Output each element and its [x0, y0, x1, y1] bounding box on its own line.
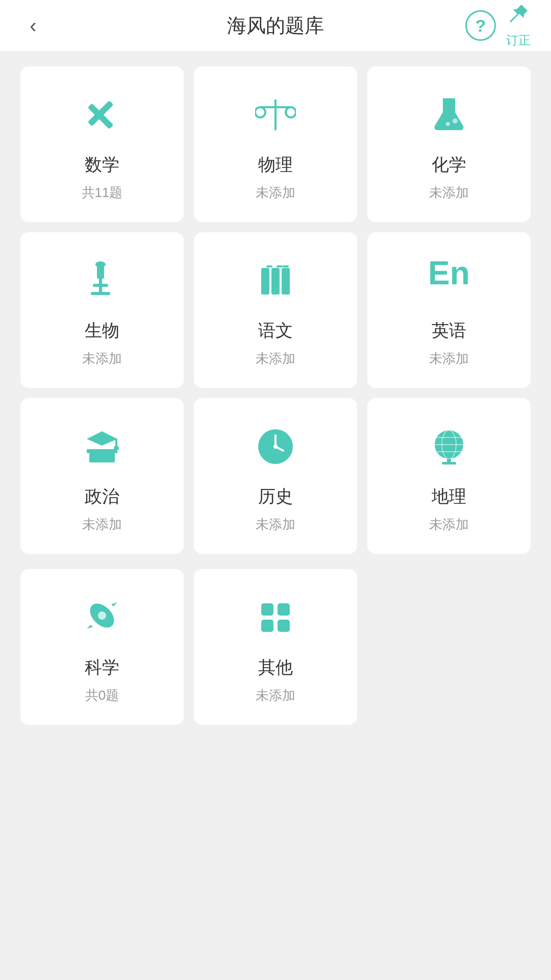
svg-rect-18: [271, 268, 280, 295]
svg-rect-38: [442, 462, 456, 464]
subject-chinese[interactable]: 语文 未添加: [194, 232, 357, 388]
english-name: 英语: [432, 319, 466, 342]
svg-point-9: [453, 118, 458, 124]
geography-count: 未添加: [429, 516, 469, 533]
svg-rect-42: [278, 603, 290, 616]
subject-politics[interactable]: 政治 未添加: [20, 398, 184, 554]
svg-point-6: [286, 107, 296, 117]
subject-other[interactable]: 其他 未添加: [194, 569, 357, 725]
chemistry-count: 未添加: [429, 184, 469, 202]
geography-name: 地理: [432, 485, 466, 508]
header-actions: ? 订正: [465, 3, 531, 48]
svg-rect-14: [93, 284, 108, 287]
svg-rect-44: [278, 620, 290, 632]
subject-math[interactable]: 数学 共11题: [20, 66, 184, 222]
back-icon: ‹: [30, 15, 36, 36]
subject-physics[interactable]: 物理 未添加: [194, 66, 357, 222]
svg-point-12: [95, 261, 106, 267]
physics-icon: [253, 92, 298, 138]
science-name: 科学: [85, 656, 119, 679]
subject-grid: 数学 共11题 物理 未添加: [0, 51, 551, 569]
history-icon: [253, 424, 298, 470]
chinese-count: 未添加: [256, 350, 295, 368]
physics-name: 物理: [258, 153, 293, 177]
other-count: 未添加: [256, 687, 295, 704]
politics-icon: [79, 424, 125, 470]
pin-button[interactable]: 订正: [506, 3, 531, 48]
other-icon: [253, 595, 298, 641]
politics-count: 未添加: [82, 516, 122, 533]
subject-history[interactable]: 历史 未添加: [194, 398, 357, 554]
biology-name: 生物: [85, 319, 119, 342]
svg-rect-13: [99, 279, 102, 284]
science-icon: [79, 595, 125, 641]
svg-rect-15: [99, 287, 102, 292]
biology-count: 未添加: [82, 350, 122, 368]
history-count: 未添加: [256, 516, 295, 533]
subject-science[interactable]: 科学 共0题: [20, 569, 184, 725]
help-icon: ?: [475, 16, 486, 36]
svg-rect-23: [87, 449, 117, 453]
svg-rect-43: [261, 620, 273, 632]
svg-rect-24: [89, 453, 115, 462]
science-count: 共0题: [85, 687, 119, 704]
svg-rect-19: [266, 265, 272, 267]
help-button[interactable]: ?: [465, 10, 496, 41]
svg-rect-21: [282, 268, 290, 295]
subject-biology[interactable]: 生物 未添加: [20, 232, 184, 388]
svg-rect-17: [261, 268, 269, 295]
math-icon: [79, 92, 125, 138]
app-header: ‹ 海风的题库 ? 订正: [0, 0, 551, 51]
svg-rect-41: [261, 603, 273, 616]
math-count: 共11题: [82, 184, 123, 202]
physics-count: 未添加: [256, 184, 295, 202]
back-button[interactable]: ‹: [20, 13, 46, 38]
svg-point-31: [273, 445, 278, 449]
svg-point-10: [446, 122, 450, 126]
math-name: 数学: [85, 153, 119, 177]
empty-placeholder: [367, 569, 531, 725]
subject-grid-bottom: 科学 共0题 其他 未添加: [0, 569, 551, 740]
svg-point-5: [255, 107, 265, 117]
english-icon: En: [426, 258, 472, 304]
svg-point-26: [114, 446, 119, 451]
chemistry-icon: [426, 92, 472, 138]
pin-label: 订正: [506, 32, 531, 48]
subject-geography[interactable]: 地理 未添加: [367, 398, 531, 554]
chemistry-name: 化学: [432, 153, 466, 177]
svg-point-40: [98, 611, 106, 620]
page-title: 海风的题库: [227, 13, 324, 39]
politics-name: 政治: [85, 485, 119, 508]
pin-icon: [507, 3, 530, 30]
english-count: 未添加: [429, 350, 469, 368]
other-name: 其他: [258, 656, 293, 679]
geography-icon: [426, 424, 472, 470]
svg-rect-22: [283, 265, 289, 267]
svg-line-0: [510, 18, 514, 22]
chinese-icon: [253, 258, 298, 304]
subject-chemistry[interactable]: 化学 未添加: [367, 66, 531, 222]
subject-english[interactable]: En 英语 未添加: [367, 232, 531, 388]
svg-rect-20: [277, 265, 283, 267]
history-name: 历史: [258, 485, 293, 508]
biology-icon: [79, 258, 125, 304]
chinese-name: 语文: [258, 319, 293, 342]
en-text: En: [428, 257, 470, 289]
svg-rect-16: [91, 292, 110, 295]
